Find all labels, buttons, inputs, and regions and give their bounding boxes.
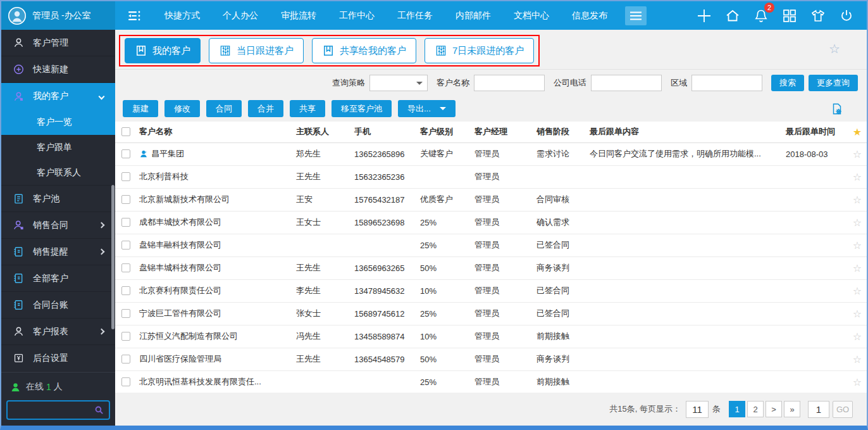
search-button[interactable]: 搜索 — [771, 75, 804, 91]
add-icon[interactable] — [690, 8, 718, 23]
nav-item-info-publish[interactable]: 信息发布 — [561, 1, 619, 30]
row-checkbox[interactable] — [121, 286, 130, 295]
customer-name-link[interactable]: 宁波巨工管件有限公司 — [139, 308, 221, 318]
tab-today-followup[interactable]: 当日跟进客户 — [209, 38, 304, 63]
nav-item-shortcuts[interactable]: 快捷方式 — [153, 1, 211, 30]
tab-my-customers[interactable]: 我的客户 — [125, 38, 201, 63]
table-row[interactable]: 盘锦丰融科技有限公司 25% 管理员 已签合同 ☆ — [115, 234, 867, 256]
table-row[interactable]: 盘锦丰城科技有限公司 王先生 13656963265 50% 管理员 商务谈判 … — [115, 256, 867, 279]
nav-item-work-tasks[interactable]: 工作任务 — [386, 1, 444, 30]
power-logout-icon[interactable] — [832, 8, 860, 23]
nav-item-internal-mail[interactable]: 内部邮件 — [444, 1, 502, 30]
customer-name-link[interactable]: 昌平集团 — [151, 149, 184, 158]
row-checkbox[interactable] — [121, 263, 130, 272]
customer-name-link[interactable]: 盘锦丰城科技有限公司 — [139, 263, 221, 272]
sidebar-item-customer-overview[interactable]: 客户一览 — [1, 110, 115, 135]
new-button[interactable]: 新建 — [123, 100, 158, 117]
favorite-star-icon[interactable]: ☆ — [853, 194, 862, 205]
tshirt-theme-icon[interactable] — [803, 8, 832, 23]
page-button-2[interactable]: 2 — [747, 401, 764, 417]
customer-name-link[interactable]: 成都丰城技术有限公司 — [139, 217, 221, 227]
column-header-customer-name[interactable]: 客户名称 — [137, 122, 294, 142]
column-settings-icon[interactable] — [830, 102, 844, 116]
notification-bell-icon[interactable]: 2 — [747, 8, 775, 23]
company-phone-input[interactable] — [591, 75, 662, 91]
favorite-star-icon[interactable]: ☆ — [853, 308, 862, 319]
row-checkbox[interactable] — [121, 149, 130, 158]
favorite-star-icon[interactable]: ☆ — [853, 377, 862, 388]
row-checkbox[interactable] — [121, 218, 130, 227]
table-row[interactable]: 成都丰城技术有限公司 王女士 15896523698 25% 管理员 确认需求 … — [115, 211, 867, 234]
nav-item-document-center[interactable]: 文档中心 — [502, 1, 561, 30]
table-row[interactable]: 北京赛利有限责任公司 李先生 13478945632 10% 管理员 已签合同 … — [115, 279, 867, 302]
customer-name-link[interactable]: 四川省医疗保险管理局 — [139, 354, 221, 364]
page-button-1[interactable]: 1 — [729, 401, 745, 417]
row-checkbox[interactable] — [121, 241, 130, 250]
column-header-mobile[interactable]: 手机 — [352, 122, 418, 142]
customer-name-link[interactable]: 北京新城新技术有限公司 — [139, 194, 230, 204]
sidebar-item-customer-followup[interactable]: 客户跟单 — [1, 135, 115, 160]
nav-item-personal-office[interactable]: 个人办公 — [211, 1, 270, 30]
edit-button[interactable]: 修改 — [164, 100, 200, 117]
tab-7days-no-followup[interactable]: 7日未跟进的客户 — [425, 38, 534, 63]
sidebar-item-customer-pool[interactable]: 客户池 — [1, 186, 115, 212]
sidebar-item-sales-contracts[interactable]: 销售合同 — [1, 212, 115, 239]
favorite-star-icon[interactable]: ☆ — [853, 263, 862, 274]
customer-name-link[interactable]: 北京利普科技 — [139, 172, 189, 181]
goto-page-input[interactable] — [808, 401, 829, 418]
apps-grid-icon[interactable] — [775, 8, 803, 23]
customer-name-input[interactable] — [474, 75, 545, 91]
select-all-checkbox[interactable] — [121, 127, 130, 136]
sidebar-scrollbar[interactable] — [111, 185, 115, 329]
collapse-menu-icon[interactable] — [128, 10, 143, 22]
share-button[interactable]: 共享 — [290, 100, 325, 117]
strategy-select[interactable] — [369, 75, 428, 91]
sidebar-item-all-customers[interactable]: 全部客户 — [1, 265, 115, 292]
sidebar-item-quick-create[interactable]: 快速新建 — [1, 56, 115, 83]
sidebar-item-customer-reports[interactable]: 客户报表 — [1, 319, 115, 345]
page-last-button[interactable]: » — [784, 401, 800, 417]
tab-shared-with-me[interactable]: 共享给我的客户 — [312, 38, 416, 63]
column-header-stage[interactable]: 销售阶段 — [534, 122, 587, 142]
customer-name-link[interactable]: 北京明讯恒基科技发展有限责任... — [139, 377, 261, 386]
table-row[interactable]: 北京利普科技 王先生 15632365236 管理员 ☆ — [115, 165, 867, 188]
search-icon[interactable] — [94, 405, 104, 415]
customer-name-link[interactable]: 盘锦丰融科技有限公司 — [139, 240, 221, 250]
user-panel[interactable]: 管理员 -办公室 — [1, 1, 115, 30]
sidebar-item-customer-contacts[interactable]: 客户联系人 — [1, 160, 115, 186]
row-checkbox[interactable] — [121, 377, 130, 386]
favorite-star-icon[interactable]: ☆ — [853, 331, 862, 342]
more-search-button[interactable]: 更多查询 — [809, 75, 858, 91]
sidebar-item-backend-settings[interactable]: 后台设置 — [1, 345, 115, 372]
move-to-pool-button[interactable]: 移至客户池 — [332, 100, 392, 117]
more-menu-icon[interactable] — [625, 6, 647, 25]
customer-name-link[interactable]: 江苏恒义汽配制造有限公司 — [139, 331, 238, 341]
row-checkbox[interactable] — [121, 195, 130, 204]
column-header-primary-contact[interactable]: 主联系人 — [294, 122, 352, 142]
table-row[interactable]: 北京新城新技术有限公司 王安 15765432187 优质客户 管理员 合同审核… — [115, 188, 867, 211]
home-icon[interactable] — [718, 8, 747, 23]
table-row[interactable]: 宁波巨工管件有限公司 张女士 15689745612 25% 管理员 已签合同 … — [115, 302, 867, 325]
sidebar-item-contract-ledger[interactable]: 合同台账 — [1, 292, 115, 319]
favorite-star-icon[interactable]: ☆ — [853, 217, 862, 228]
row-checkbox[interactable] — [121, 172, 130, 181]
column-header-manager[interactable]: 客户经理 — [472, 122, 534, 142]
export-button[interactable]: 导出... — [398, 100, 456, 117]
region-input[interactable] — [691, 75, 762, 91]
row-checkbox[interactable] — [121, 355, 130, 364]
merge-button[interactable]: 合并 — [248, 100, 283, 117]
favorite-star-icon[interactable]: ☆ — [853, 286, 862, 296]
table-row[interactable]: 江苏恒义汽配制造有限公司 冯先生 13458589874 10% 管理员 前期接… — [115, 325, 867, 348]
column-header-last-note[interactable]: 最后跟单内容 — [587, 122, 783, 142]
row-checkbox[interactable] — [121, 309, 130, 318]
customer-name-link[interactable]: 北京赛利有限责任公司 — [139, 286, 221, 295]
go-button[interactable]: GO — [833, 401, 853, 418]
favorite-star-icon[interactable]: ☆ — [853, 172, 862, 182]
column-header-level[interactable]: 客户级别 — [418, 122, 472, 142]
favorite-page-star-icon[interactable]: ☆ — [829, 41, 840, 56]
table-row[interactable]: 北京明讯恒基科技发展有限责任... 25% 管理员 前期接触 ☆ — [115, 370, 867, 393]
row-checkbox[interactable] — [121, 332, 130, 341]
nav-item-work-center[interactable]: 工作中心 — [328, 1, 386, 30]
sidebar-item-my-customers[interactable]: 我的客户 — [1, 83, 115, 110]
page-next-button[interactable]: > — [766, 401, 782, 417]
